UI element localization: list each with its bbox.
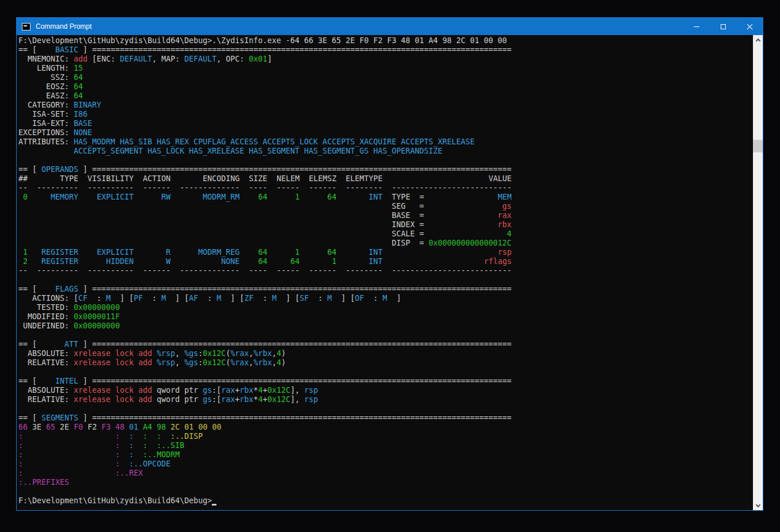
terminal-line: RELATIVE: xrelease lock add qword ptr gs… — [18, 395, 752, 404]
terminal-line: F:\Development\GitHub\zydis\Build64\Debu… — [18, 36, 752, 45]
terminal-line: ISA-SET: I86 — [18, 110, 752, 119]
minimize-icon — [694, 26, 699, 27]
terminal-line: EXCEPTIONS: NONE — [18, 128, 752, 137]
scroll-down-button[interactable] — [753, 500, 763, 510]
terminal-line: EOSZ: 64 — [18, 82, 752, 91]
terminal-line: ABSOLUTE: xrelease lock add %rsp, %gs:0x… — [18, 349, 752, 358]
terminal-line: == [ ATT ] =============================… — [18, 340, 752, 349]
terminal-line: UNDEFINED: 0x00000000 — [18, 322, 752, 331]
terminal-line: == [ INTEL ] ===========================… — [18, 377, 752, 386]
terminal-line: -- --------- ---------- ------ ---------… — [18, 266, 752, 275]
window-controls — [683, 18, 763, 35]
text-cursor — [212, 496, 216, 506]
maximize-icon — [721, 24, 726, 29]
terminal-line — [18, 275, 752, 285]
chevron-down-icon — [755, 502, 760, 507]
terminal-line: SSZ: 64 — [18, 73, 752, 82]
terminal-line: == [ FLAGS ] ===========================… — [18, 285, 752, 294]
terminal-line: : : : : : :..DISP — [18, 432, 752, 441]
cmd-app-icon[interactable] — [22, 23, 31, 30]
titlebar[interactable]: Command Prompt — [17, 18, 763, 35]
terminal-line: ISA-EXT: BASE — [18, 119, 752, 128]
terminal-line: MNEMONIC: add [ENC: DEFAULT, MAP: DEFAUL… — [18, 55, 752, 64]
terminal-line: INDEX = rbx — [18, 220, 752, 229]
terminal-line: MODIFIED: 0x0000011F — [18, 312, 752, 322]
terminal-line: DISP = 0x000000000000012C — [18, 239, 752, 248]
terminal-line — [18, 487, 752, 496]
terminal-line: ## TYPE VISIBILITY ACTION ENCODING SIZE … — [18, 174, 752, 183]
terminal-line: RELATIVE: xrelease lock add %rsp, %gs:0x… — [18, 358, 752, 368]
terminal-line — [18, 156, 752, 165]
scrollbar-thumb[interactable] — [753, 140, 763, 152]
terminal-line: EASZ: 64 — [18, 91, 752, 101]
terminal-line: == [ OPERANDS ] ========================… — [18, 165, 752, 174]
terminal-line: ABSOLUTE: xrelease lock add qword ptr gs… — [18, 386, 752, 395]
close-button[interactable] — [736, 18, 763, 35]
terminal-line: SCALE = 4 — [18, 229, 752, 239]
window-title: Command Prompt — [36, 22, 92, 30]
terminal-line: : :..REX — [18, 469, 752, 478]
terminal-line: 2 REGISTER HIDDEN W NONE 64 64 1 INT rfl… — [18, 257, 752, 266]
console-area[interactable]: F:\Development\GitHub\zydis\Build64\Debu… — [17, 35, 763, 510]
terminal-line: ACCEPTS_SEGMENT HAS_LOCK HAS_XRELEASE HA… — [18, 147, 752, 156]
terminal-line: : : :..OPCODE — [18, 460, 752, 469]
terminal-line: BASE = rax — [18, 211, 752, 220]
close-icon — [746, 23, 754, 30]
terminal-line: : : : : :..SIB — [18, 441, 752, 450]
terminal-line — [18, 404, 752, 414]
terminal-line: 1 REGISTER EXPLICIT R MODRM_REG 64 1 64 … — [18, 248, 752, 257]
terminal-line: : : : :..MODRM — [18, 450, 752, 460]
terminal-line: LENGTH: 15 — [18, 64, 752, 73]
terminal-line: == [ BASIC ] ===========================… — [18, 45, 752, 55]
maximize-button[interactable] — [710, 18, 736, 35]
terminal-line — [18, 331, 752, 340]
terminal-line: TESTED: 0x00000000 — [18, 303, 752, 312]
terminal-line: ACTIONS: [CF : M ] [PF : M ] [AF : M ] [… — [18, 294, 752, 303]
chevron-up-icon — [755, 38, 760, 43]
terminal-line: :..PREFIXES — [18, 478, 752, 487]
terminal-line: 66 3E 65 2E F0 F2 F3 48 01 A4 98 2C 01 0… — [18, 423, 752, 432]
terminal-output: F:\Development\GitHub\zydis\Build64\Debu… — [18, 36, 752, 510]
terminal-line: ATTRIBUTES: HAS_MODRM HAS_SIB HAS_REX CP… — [18, 137, 752, 147]
console-window: Command Prompt F:\Development\GitHub\zyd… — [16, 17, 763, 511]
minimize-button[interactable] — [683, 18, 710, 35]
scroll-up-button[interactable] — [753, 35, 763, 45]
terminal-line: == [ SEGMENTS ] ========================… — [18, 414, 752, 423]
terminal-line: CATEGORY: BINARY — [18, 101, 752, 110]
terminal-line: F:\Development\GitHub\zydis\Build64\Debu… — [18, 496, 752, 506]
cmd-prompt-mark-icon — [24, 25, 27, 26]
terminal-line: -- --------- ---------- ------ ---------… — [18, 183, 752, 193]
scrollbar[interactable] — [753, 35, 763, 510]
terminal-line: SEG = gs — [18, 202, 752, 211]
terminal-line — [18, 368, 752, 377]
terminal-line: 0 MEMORY EXPLICIT RW MODRM_RM 64 1 64 IN… — [18, 193, 752, 202]
